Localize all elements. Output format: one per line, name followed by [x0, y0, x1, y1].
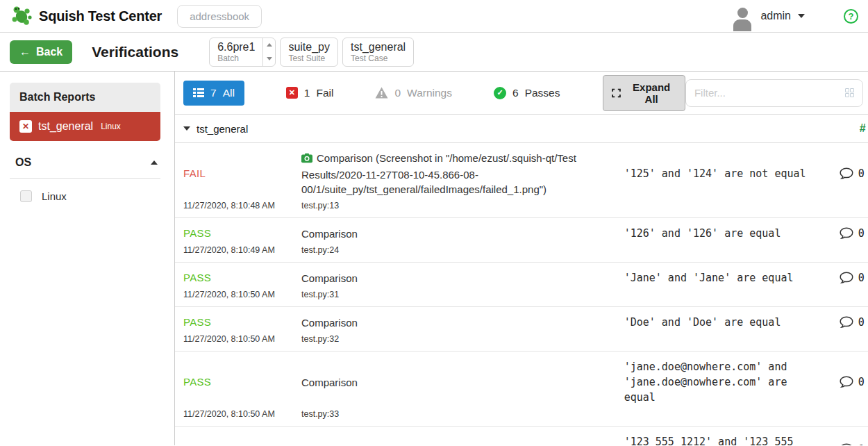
- fail-icon: ✕: [286, 87, 298, 99]
- grid-icon: [845, 88, 854, 97]
- result-row[interactable]: PASS Comparison '123 555 1212' and '123 …: [175, 427, 868, 445]
- status-cell: PASS: [183, 227, 301, 240]
- detail-cell: Comparison: [301, 271, 624, 286]
- status-cell: PASS: [183, 272, 301, 284]
- status-badge: FAIL: [183, 167, 206, 179]
- comments-button[interactable]: 0: [833, 316, 867, 329]
- squish-logo-icon: [10, 4, 33, 28]
- timestamp: 11/27/2020, 8:10:49 AM: [183, 245, 275, 255]
- tab-fail[interactable]: ✕ 1 Fail: [286, 87, 334, 99]
- user-menu[interactable]: admin: [731, 1, 805, 31]
- tab-passes-label: Passes: [525, 87, 560, 99]
- filter-bar: 7 All ✕ 1 Fail 0 Warnings ✓ 6 Pa: [175, 72, 868, 115]
- collapse-caret-icon: [151, 160, 158, 165]
- results-panel: 7 All ✕ 1 Fail 0 Warnings ✓ 6 Pa: [174, 72, 868, 445]
- verifications-toolbar: ← Back Verifications 6.6pre1 Batch suite…: [0, 33, 868, 72]
- detail-cell: Comparison (Screenshot in "/home/ezust/.…: [301, 151, 624, 197]
- app-header: Squish Test Center addressbook admin ?: [0, 0, 868, 33]
- spinner-up-button[interactable]: [263, 38, 275, 52]
- filter-input[interactable]: [694, 87, 845, 99]
- status-cell: FAIL: [183, 167, 301, 180]
- comparison-message: '123 555 1212' and '123 555 1212' are eq…: [624, 436, 794, 445]
- tab-fail-count: 1: [304, 87, 310, 99]
- caret-up-icon: [267, 43, 272, 47]
- filter-field: [685, 79, 863, 107]
- source-file-link[interactable]: test.py:13: [301, 201, 339, 210]
- verification-detail: Comparison: [301, 228, 358, 240]
- tab-fail-label: Fail: [316, 87, 333, 99]
- status-badge: PASS: [183, 443, 211, 445]
- timestamp: 11/27/2020, 8:10:48 AM: [183, 201, 275, 210]
- comparison-message: 'Jane' and 'Jane' are equal: [624, 272, 794, 284]
- fail-icon: ✕: [19, 120, 32, 133]
- detail-cell: Comparison: [301, 375, 624, 390]
- back-button[interactable]: ← Back: [10, 40, 72, 64]
- test-case-selector[interactable]: tst_general Test Case: [342, 38, 414, 67]
- comment-bubble-icon: [840, 167, 853, 180]
- tab-all[interactable]: 7 All: [183, 81, 244, 106]
- comment-bubble-icon: [840, 272, 853, 284]
- breadcrumb: 6.6pre1 Batch suite_py Test Suite tst_ge…: [209, 38, 414, 67]
- comment-count: 0: [858, 316, 865, 329]
- comment-count: 0: [858, 227, 865, 240]
- comments-button[interactable]: 0: [833, 443, 867, 445]
- anchor-link[interactable]: #: [860, 122, 866, 135]
- result-row[interactable]: PASS Comparison 'Doe' and 'Doe' are equa…: [175, 307, 868, 352]
- collapse-caret-icon[interactable]: [183, 126, 190, 131]
- tab-warnings-count: 0: [394, 87, 401, 99]
- expand-all-button[interactable]: Expand All: [603, 75, 685, 111]
- tab-passes[interactable]: ✓ 6 Passes: [494, 87, 560, 99]
- verification-detail: Comparison (Screenshot in "/home/ezust/.…: [301, 152, 576, 195]
- status-badge: PASS: [183, 227, 211, 239]
- detail-cell: Comparison: [301, 443, 624, 446]
- comments-button[interactable]: 0: [833, 376, 867, 388]
- result-row[interactable]: PASS Comparison 'Jane' and 'Jane' are eq…: [175, 263, 868, 307]
- comparison-message: 'Doe' and 'Doe' are equal: [624, 316, 781, 329]
- batch-spinner: [262, 38, 275, 66]
- source-file-link[interactable]: test.py:24: [301, 245, 339, 255]
- result-row[interactable]: PASS Comparison 'jane.doe@nowhere.com' a…: [175, 352, 868, 427]
- tab-warnings[interactable]: 0 Warnings: [375, 87, 452, 99]
- page-title: Verifications: [92, 44, 178, 60]
- comments-button[interactable]: 0: [833, 167, 867, 180]
- help-icon[interactable]: ?: [844, 9, 858, 24]
- comment-count: 0: [858, 443, 865, 445]
- tab-passes-count: 6: [512, 87, 519, 99]
- test-suite-value: suite_py: [288, 41, 330, 53]
- tab-all-count: 7: [210, 87, 217, 99]
- test-case-value: tst_general: [351, 41, 406, 53]
- source-file-link[interactable]: test.py:33: [301, 409, 339, 419]
- result-row[interactable]: PASS Comparison '126' and '126' are equa…: [175, 218, 868, 263]
- comparison-message: '126' and '126' are equal: [624, 227, 781, 240]
- result-row[interactable]: FAIL Comparison (Screenshot in "/home/ez…: [175, 143, 868, 218]
- os-section-title: OS: [15, 156, 31, 169]
- status-cell: PASS: [183, 376, 301, 388]
- source-file-link[interactable]: test.py:32: [301, 334, 339, 344]
- batch-label: Batch: [217, 53, 255, 63]
- detail-cell: Comparison: [301, 226, 624, 241]
- message-cell: '123 555 1212' and '123 555 1212' are eq…: [624, 434, 833, 445]
- os-filter-linux[interactable]: Linux: [10, 190, 160, 202]
- sidebar-divider: [10, 178, 160, 179]
- list-icon: [193, 88, 204, 97]
- batch-selector[interactable]: 6.6pre1 Batch: [209, 38, 276, 67]
- source-file-link[interactable]: test.py:31: [301, 290, 339, 299]
- message-cell: 'Doe' and 'Doe' are equal: [624, 315, 833, 330]
- results-list: FAIL Comparison (Screenshot in "/home/ez…: [175, 143, 868, 445]
- comparison-message: 'jane.doe@nowhere.com' and 'jane.doe@now…: [624, 361, 787, 404]
- spinner-down-button[interactable]: [263, 52, 275, 66]
- timestamp: 11/27/2020, 8:10:50 AM: [183, 290, 275, 299]
- camera-icon[interactable]: [301, 153, 312, 167]
- status-cell: PASS: [183, 443, 301, 445]
- sidebar-item-tst-general[interactable]: ✕ tst_general Linux: [10, 112, 160, 141]
- test-suite-selector[interactable]: suite_py Test Suite: [280, 38, 338, 67]
- report-name: tst_general: [38, 120, 93, 133]
- comments-button[interactable]: 0: [833, 227, 867, 240]
- linux-checkbox[interactable]: [20, 190, 32, 202]
- comments-button[interactable]: 0: [833, 272, 867, 284]
- os-section-header[interactable]: OS: [10, 156, 160, 169]
- test-case-group-header[interactable]: tst_general #: [175, 115, 868, 143]
- warning-triangle-icon: [375, 87, 388, 99]
- comment-bubble-icon: [840, 443, 853, 445]
- project-selector[interactable]: addressbook: [177, 5, 262, 28]
